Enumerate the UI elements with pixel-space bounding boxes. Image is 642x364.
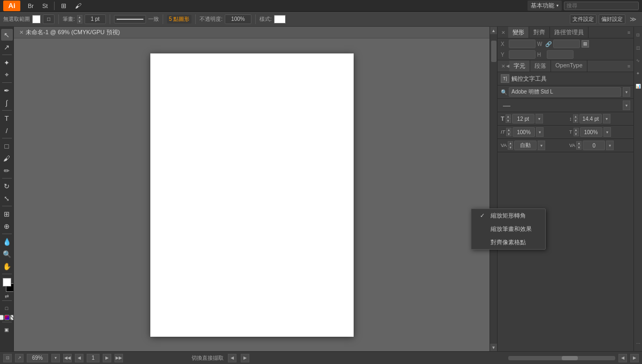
tsume-up[interactable]: ▲: [576, 141, 582, 145]
fill-color[interactable]: [32, 15, 41, 24]
font-size-up[interactable]: ▲: [506, 114, 511, 119]
leading-spin[interactable]: ▲ ▼: [573, 114, 578, 123]
transform-y-input[interactable]: [509, 50, 536, 59]
menu-br[interactable]: Br: [25, 2, 37, 10]
workspace-selector[interactable]: 基本功能 ▾: [528, 1, 562, 11]
tool-rectangle[interactable]: □: [1, 140, 13, 152]
right-icon-bottom[interactable]: ⋯: [635, 337, 642, 349]
fill-type-dropdown[interactable]: □: [43, 14, 55, 24]
tool-eyedropper[interactable]: 💧: [1, 236, 13, 247]
transform-h-input[interactable]: [547, 50, 574, 59]
font-size-dropdown[interactable]: ▾: [536, 114, 543, 123]
search-input[interactable]: [564, 2, 639, 10]
font-style-dropdown[interactable]: ▾: [623, 100, 630, 110]
right-icon-3[interactable]: ∿: [635, 55, 642, 66]
kerning-dropdown[interactable]: ▾: [603, 127, 611, 137]
stroke-spinners[interactable]: ▲ ▼: [77, 15, 82, 24]
tool-shapebuilder[interactable]: ⊕: [1, 220, 13, 232]
tool-pen[interactable]: ✒: [1, 84, 13, 96]
zoom-input[interactable]: [27, 354, 48, 362]
tool-screen-mode[interactable]: ▣: [1, 324, 13, 336]
h-scrollbar[interactable]: [508, 356, 615, 360]
right-icon-5[interactable]: 📊: [635, 80, 642, 92]
font-size-down[interactable]: ▼: [506, 119, 511, 123]
tsume-input[interactable]: [583, 141, 605, 150]
tool-scale[interactable]: ⤡: [1, 192, 13, 204]
tool-line[interactable]: /: [1, 125, 13, 136]
tsume-dropdown[interactable]: ▾: [606, 141, 614, 150]
tool-free-transform[interactable]: ⊞: [1, 208, 13, 220]
transform-btn-1[interactable]: ⊞: [582, 40, 589, 48]
tracking-input[interactable]: [513, 127, 535, 137]
tool-paintbrush[interactable]: 🖌: [1, 152, 13, 164]
right-icon-1[interactable]: ⊡: [635, 29, 642, 41]
menu-brush-icon[interactable]: 🖌: [72, 1, 85, 11]
menu-view-icons[interactable]: ⊞: [58, 1, 70, 11]
tool-fill-none[interactable]: □: [1, 303, 13, 314]
kerning-down[interactable]: ▼: [574, 132, 579, 136]
leading-up[interactable]: ▲: [573, 114, 578, 119]
transform-w-input[interactable]: [553, 40, 580, 48]
scroll-right-btn[interactable]: ▶: [630, 354, 639, 362]
point-shape-label[interactable]: 5 點圖形: [167, 15, 192, 24]
panel-toggle-btn[interactable]: ≫: [628, 16, 639, 23]
action-right-btn[interactable]: ▶: [241, 354, 249, 362]
baseline-dropdown[interactable]: ▾: [538, 141, 545, 150]
tool-curvature[interactable]: ∫: [1, 97, 13, 109]
tab-align[interactable]: 對齊: [529, 27, 550, 38]
page-prev-btn[interactable]: ◀◀: [63, 354, 72, 362]
scroll-left-btn[interactable]: ◀: [618, 354, 627, 362]
canvas-close-btn[interactable]: ✕: [19, 29, 24, 35]
swap-colors-icon[interactable]: ⇄: [5, 293, 9, 299]
action-left-btn[interactable]: ◀: [228, 354, 236, 362]
baseline-up[interactable]: ▲: [508, 141, 513, 145]
tool-text[interactable]: T: [1, 112, 13, 124]
tsume-down[interactable]: ▼: [576, 145, 582, 150]
page-right-btn[interactable]: ▶: [103, 354, 111, 362]
char-menu-btn[interactable]: ≡: [628, 64, 630, 69]
tool-rotate[interactable]: ↻: [1, 180, 13, 192]
tracking-dropdown[interactable]: ▾: [536, 127, 544, 137]
ctx-item-3[interactable]: ✓ 對齊像素格點: [471, 236, 545, 249]
right-scrollbar[interactable]: ▲ ▼: [490, 27, 497, 351]
scroll-track[interactable]: [491, 35, 496, 343]
tab-opentype[interactable]: OpenType: [551, 60, 587, 72]
tracking-spin[interactable]: ▲ ▼: [506, 128, 511, 136]
stroke-down[interactable]: ▼: [77, 19, 82, 24]
menu-st[interactable]: St: [39, 2, 51, 10]
leading-input[interactable]: [579, 114, 602, 123]
tool-magic-wand[interactable]: ✦: [1, 57, 13, 68]
style-color[interactable]: [274, 15, 286, 24]
tool-selection[interactable]: ↖: [1, 29, 13, 41]
no-color-btn[interactable]: [10, 315, 14, 320]
status-icon-1[interactable]: ⊡: [3, 354, 12, 362]
tool-pencil[interactable]: ✏: [1, 165, 13, 176]
font-name-input[interactable]: [509, 87, 621, 97]
tool-direct-selection[interactable]: ↗: [1, 41, 13, 53]
tracking-down[interactable]: ▼: [506, 132, 511, 136]
stroke-input[interactable]: [85, 14, 106, 24]
baseline-input[interactable]: [514, 141, 537, 150]
zoom-dropdown-btn[interactable]: ▾: [51, 354, 60, 362]
baseline-down[interactable]: ▼: [508, 145, 513, 150]
char-close-btn[interactable]: ✕: [501, 64, 506, 69]
baseline-spin[interactable]: ▲ ▼: [508, 141, 513, 150]
scroll-up-btn[interactable]: ▲: [490, 27, 498, 34]
leading-dropdown[interactable]: ▾: [603, 114, 610, 123]
scroll-thumb[interactable]: [491, 41, 496, 62]
kerning-input[interactable]: [580, 127, 602, 137]
font-name-dropdown[interactable]: ▾: [623, 87, 630, 97]
scroll-down-btn[interactable]: ▼: [490, 344, 498, 351]
tool-hand[interactable]: ✋: [1, 260, 13, 272]
transform-menu-btn[interactable]: ≡: [628, 30, 630, 35]
tracking-up[interactable]: ▲: [506, 128, 511, 132]
color-btn[interactable]: [0, 315, 4, 320]
doc-settings-btn[interactable]: 文件設定: [570, 14, 597, 24]
right-icon-2[interactable]: ◫: [635, 42, 642, 53]
ctx-item-1[interactable]: ✓ 縮放矩形轉角: [471, 209, 545, 222]
page-next-btn[interactable]: ▶▶: [114, 354, 123, 362]
preferences-btn[interactable]: 偏好設定: [599, 14, 625, 24]
font-size-spin[interactable]: ▲ ▼: [506, 114, 511, 123]
tool-lasso[interactable]: ⌖: [1, 69, 13, 81]
opacity-input[interactable]: [225, 14, 251, 24]
